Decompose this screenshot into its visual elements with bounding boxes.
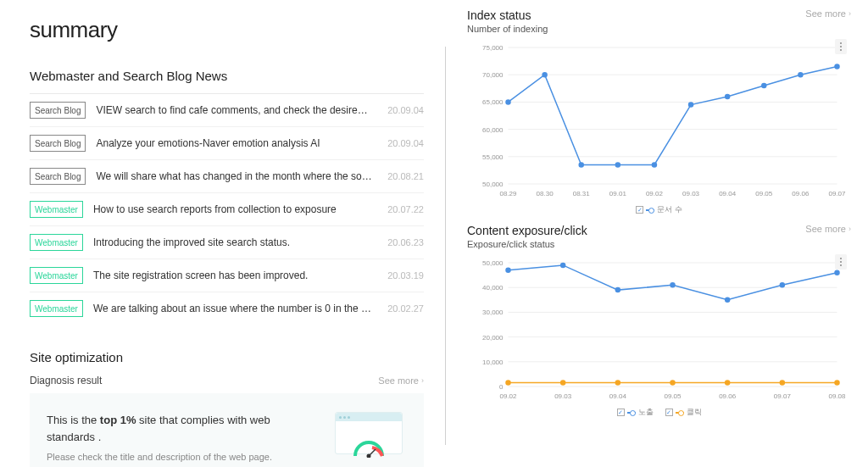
svg-point-61 xyxy=(561,381,565,385)
svg-point-58 xyxy=(780,283,784,287)
news-title: We will share what has changed in the mo… xyxy=(96,170,381,182)
exposure-chart: 010,00020,00030,00040,00050,00009.0209.0… xyxy=(467,253,851,405)
see-more-label: See more xyxy=(805,8,846,19)
svg-text:75,000: 75,000 xyxy=(482,44,504,52)
svg-text:09.06: 09.06 xyxy=(792,190,810,197)
svg-line-1 xyxy=(369,449,376,456)
svg-point-25 xyxy=(542,73,547,77)
legend-label: 클릭 xyxy=(687,407,702,418)
gauge-illustration xyxy=(335,412,407,463)
chart-menu-button[interactable] xyxy=(835,39,847,54)
series-symbol-icon xyxy=(627,412,636,414)
svg-text:09.08: 09.08 xyxy=(828,392,846,400)
exposure-legend: ✓ 노출 ✓ 클릭 xyxy=(467,407,851,418)
news-title: VIEW search to find cafe comments, and c… xyxy=(96,104,381,116)
site-optimization-section: Site optimization Diagnosis result See m… xyxy=(30,350,424,467)
news-date: 20.09.04 xyxy=(381,105,424,115)
svg-text:50,000: 50,000 xyxy=(482,181,504,188)
svg-text:09.07: 09.07 xyxy=(774,392,792,400)
svg-text:30,000: 30,000 xyxy=(482,309,504,316)
news-title: The site registration screen has been im… xyxy=(93,270,381,281)
svg-text:08.30: 08.30 xyxy=(537,190,554,197)
svg-point-65 xyxy=(780,381,784,385)
checkbox-icon: ✓ xyxy=(617,409,625,416)
legend-item[interactable]: ✓ 클릭 xyxy=(665,407,702,418)
category-badge: Search Blog xyxy=(30,168,86,185)
category-badge: Search Blog xyxy=(30,135,86,152)
exposure-see-more-link[interactable]: See more › xyxy=(805,224,851,234)
news-title: Analyze your emotions-Naver emotion anal… xyxy=(96,137,381,149)
chevron-right-icon: › xyxy=(421,376,424,385)
svg-point-31 xyxy=(762,84,766,88)
svg-point-64 xyxy=(726,381,730,385)
category-badge: Webmaster xyxy=(30,234,83,251)
news-row[interactable]: Search BlogVIEW search to find cafe comm… xyxy=(30,94,424,127)
category-badge: Webmaster xyxy=(30,300,83,317)
news-date: 20.08.21 xyxy=(381,171,424,181)
diagnosis-see-more-link[interactable]: See more › xyxy=(378,375,424,386)
index-chart: 50,00055,00060,00065,00070,00075,00008.2… xyxy=(467,37,851,203)
news-row[interactable]: Search BlogAnalyze your emotions-Naver e… xyxy=(30,127,424,160)
series-symbol-icon xyxy=(646,209,654,211)
chart-menu-button[interactable] xyxy=(835,254,847,270)
svg-text:09.02: 09.02 xyxy=(646,190,664,197)
news-row[interactable]: WebmasterHow to use search reports from … xyxy=(30,193,424,226)
svg-text:08.31: 08.31 xyxy=(573,190,591,197)
svg-point-28 xyxy=(652,163,656,167)
svg-text:09.01: 09.01 xyxy=(609,190,627,197)
site-opt-title: Site optimization xyxy=(30,350,424,364)
legend-item[interactable]: ✓ 문서 수 xyxy=(636,204,682,215)
diagnosis-main-text: This is the top 1% site that complies wi… xyxy=(47,412,318,445)
svg-point-53 xyxy=(506,268,510,272)
news-title: Introducing the improved site search sta… xyxy=(93,236,381,248)
news-title: How to use search reports from collectio… xyxy=(93,203,381,215)
exposure-block: Content exposure/click Exposure/click st… xyxy=(467,224,851,418)
news-row[interactable]: WebmasterWe are talking about an issue w… xyxy=(30,292,424,325)
svg-point-59 xyxy=(835,270,839,275)
series-symbol-icon xyxy=(676,412,684,414)
svg-point-66 xyxy=(835,381,839,385)
svg-point-57 xyxy=(726,297,730,302)
see-more-label: See more xyxy=(805,224,846,234)
svg-text:40,000: 40,000 xyxy=(482,284,504,292)
svg-text:09.07: 09.07 xyxy=(828,190,846,197)
news-row[interactable]: WebmasterThe site registration screen ha… xyxy=(30,259,424,292)
page-title: summary xyxy=(30,17,424,43)
index-status-block: Index status Number of indexing See more… xyxy=(467,8,851,215)
index-legend: ✓ 문서 수 xyxy=(467,204,851,215)
news-date: 20.02.27 xyxy=(381,303,424,314)
svg-point-24 xyxy=(506,100,510,104)
svg-text:55,000: 55,000 xyxy=(482,153,504,161)
svg-text:60,000: 60,000 xyxy=(482,126,504,134)
index-see-more-link[interactable]: See more › xyxy=(805,8,851,19)
index-status-title: Index status xyxy=(467,8,548,22)
news-date: 20.06.23 xyxy=(381,237,424,247)
chevron-right-icon: › xyxy=(849,9,851,18)
svg-point-27 xyxy=(615,163,620,167)
news-section: Webmaster and Search Blog News Search Bl… xyxy=(30,69,424,325)
legend-item[interactable]: ✓ 노출 xyxy=(617,407,654,418)
news-section-title: Webmaster and Search Blog News xyxy=(30,69,424,83)
svg-text:50,000: 50,000 xyxy=(482,259,504,267)
news-date: 20.09.04 xyxy=(381,138,424,148)
svg-text:08.29: 08.29 xyxy=(499,190,517,197)
svg-text:09.06: 09.06 xyxy=(719,392,737,400)
svg-point-26 xyxy=(579,163,583,167)
news-list: Search BlogVIEW search to find cafe comm… xyxy=(30,93,424,325)
svg-text:65,000: 65,000 xyxy=(482,98,504,106)
svg-point-62 xyxy=(615,381,620,385)
news-row[interactable]: Search BlogWe will share what has change… xyxy=(30,160,424,193)
chevron-right-icon: › xyxy=(849,225,851,233)
svg-text:09.02: 09.02 xyxy=(499,392,517,400)
diagnosis-subtitle: Diagnosis result xyxy=(30,375,102,386)
svg-text:09.04: 09.04 xyxy=(719,190,737,197)
index-status-subtitle: Number of indexing xyxy=(467,24,548,34)
news-title: We are talking about an issue where the … xyxy=(93,303,381,314)
svg-point-29 xyxy=(689,103,693,107)
category-badge: Search Blog xyxy=(30,102,86,119)
svg-point-30 xyxy=(726,94,730,98)
svg-point-63 xyxy=(670,381,675,385)
legend-label: 문서 수 xyxy=(657,204,682,215)
news-row[interactable]: WebmasterIntroducing the improved site s… xyxy=(30,226,424,259)
svg-point-55 xyxy=(615,288,620,292)
